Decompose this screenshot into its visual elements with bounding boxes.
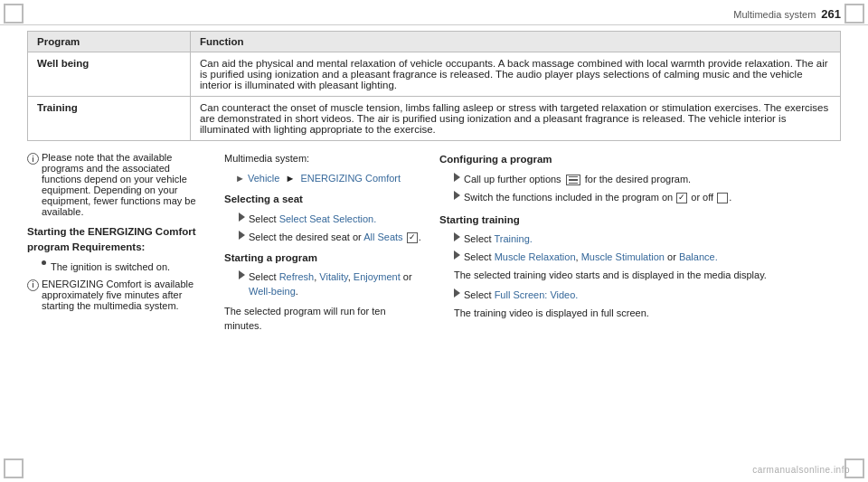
info-note-text: Please note that the available programs … bbox=[42, 152, 208, 217]
select-training-text: Select Training. bbox=[464, 232, 533, 247]
enjoyment-link: Enjoyment bbox=[354, 271, 401, 282]
menu-icon bbox=[566, 175, 580, 186]
starting-training-title: Starting training bbox=[439, 213, 841, 228]
multimedia-label: Multimedia system: bbox=[224, 153, 309, 164]
table-header-program: Program bbox=[28, 32, 191, 52]
seat-selection-link: Select Seat Selection. bbox=[279, 213, 377, 224]
info-icon-note: i bbox=[27, 153, 39, 165]
corner-decoration-tl bbox=[4, 4, 24, 24]
arrow-icon-fullscreen bbox=[454, 288, 460, 298]
call-up-text: Call up further options for the desired … bbox=[464, 173, 691, 187]
breadcrumb-vehicle: Vehicle bbox=[248, 173, 279, 184]
call-up-row: Call up further options for the desired … bbox=[439, 173, 841, 187]
middle-column: Multimedia system: ► Vehicle ► ENERGIZIN… bbox=[224, 152, 423, 339]
arrow-icon-training bbox=[454, 232, 460, 241]
wellbeing-link: Well-being bbox=[249, 286, 296, 297]
arrow-icon-desired bbox=[239, 231, 245, 240]
training-video-note: The selected training video starts and i… bbox=[439, 269, 841, 283]
run-note: The selected program will run for ten mi… bbox=[224, 305, 423, 334]
configuring-title: Configuring a program bbox=[439, 152, 841, 167]
info-energizing-row: i ENERGIZING Comfort is available approx… bbox=[27, 279, 208, 311]
watermark: carmanualsonline.info bbox=[752, 465, 850, 475]
table-row: Training Can counteract the onset of mus… bbox=[28, 97, 841, 141]
checkbox-icon: ✓ bbox=[407, 232, 418, 243]
program-table: Program Function Well being Can aid the … bbox=[27, 31, 841, 141]
select-muscle-row: Select Muscle Relaxation, Muscle Stimula… bbox=[439, 250, 841, 265]
refresh-link: Refresh bbox=[279, 271, 315, 282]
info-energizing-text: ENERGIZING Comfort is available approxim… bbox=[42, 279, 208, 311]
arrow-icon-switch bbox=[454, 191, 460, 200]
program-name-wellbeing: Well being bbox=[28, 52, 191, 97]
switch-functions-row: Switch the functions included in the pro… bbox=[439, 191, 841, 205]
arrow-icon-callup bbox=[454, 173, 460, 182]
info-note-row: i Please note that the available program… bbox=[27, 152, 208, 217]
corner-decoration-tr bbox=[844, 4, 864, 24]
select-desired-text: Select the desired seat or All Seats ✓. bbox=[249, 231, 421, 245]
table-row: Well being Can aid the physical and ment… bbox=[28, 52, 841, 97]
corner-decoration-bl bbox=[4, 458, 24, 478]
starting-program-title: Starting a program bbox=[224, 250, 423, 266]
select-training-row: Select Training. bbox=[439, 232, 841, 247]
select-fullscreen-row: Select Full Screen: Video. bbox=[439, 288, 841, 303]
program-name-training: Training bbox=[28, 97, 191, 141]
select-seat-row: Select Seat Selection. Select Select Sea… bbox=[224, 213, 423, 227]
select-seat-text: Select Seat Selection. Select Select Sea… bbox=[249, 213, 376, 227]
arrow-vehicle: ► bbox=[235, 172, 245, 186]
bullet-icon bbox=[42, 260, 46, 265]
table-header-function: Function bbox=[191, 32, 841, 52]
select-desired-row: Select the desired seat or All Seats ✓. bbox=[224, 231, 423, 245]
section-label: Multimedia system bbox=[733, 9, 816, 20]
page-number: 261 bbox=[821, 7, 841, 21]
multimedia-label-row: Multimedia system: bbox=[224, 152, 423, 166]
select-muscle-text: Select Muscle Relaxation, Muscle Stimula… bbox=[464, 250, 718, 265]
bullet-ignition-text: The ignition is switched on. bbox=[51, 260, 170, 275]
right-column: Configuring a program Call up further op… bbox=[439, 152, 841, 339]
arrow-icon-program bbox=[239, 270, 245, 279]
arrow-icon-muscle bbox=[454, 250, 460, 260]
checkbox-on: ✓ bbox=[676, 193, 687, 203]
select-fullscreen-text: Select Full Screen: Video. bbox=[464, 288, 578, 303]
all-seats-link: All Seats bbox=[363, 232, 402, 242]
breadcrumb-row: ► Vehicle ► ENERGIZING Comfort bbox=[224, 172, 423, 186]
breadcrumb-energizing: ENERGIZING Comfort bbox=[300, 173, 401, 184]
page-header: Multimedia system 261 bbox=[0, 0, 868, 25]
checkbox-off bbox=[717, 193, 728, 203]
selecting-seat-title: Selecting a seat bbox=[224, 192, 423, 207]
left-column: i Please note that the available program… bbox=[27, 152, 208, 339]
three-column-section: i Please note that the available program… bbox=[27, 152, 841, 339]
select-program-row: Select Refresh, Vitality, Enjoyment or W… bbox=[224, 270, 423, 299]
muscle-stimulation-link: Muscle Stimulation bbox=[581, 251, 665, 262]
full-screen-video-link: Full Screen: Video. bbox=[495, 289, 579, 300]
info-icon-energizing: i bbox=[27, 279, 39, 291]
arrow-separator: ► bbox=[286, 173, 296, 184]
function-wellbeing: Can aid the physical and mental relaxati… bbox=[191, 52, 841, 97]
balance-link: Balance. bbox=[679, 251, 718, 262]
bullet-ignition-row: The ignition is switched on. bbox=[27, 260, 208, 275]
arrow-icon-select-seat bbox=[239, 213, 245, 222]
muscle-relaxation-link: Muscle Relaxation bbox=[495, 251, 576, 262]
full-screen-note: The training video is displayed in full … bbox=[439, 307, 841, 321]
training-link: Training. bbox=[494, 233, 532, 244]
vitality-link: Vitality bbox=[319, 271, 347, 282]
switch-functions-text: Switch the functions included in the pro… bbox=[464, 191, 731, 205]
starting-title: Starting the ENERGIZING Comfort program … bbox=[27, 226, 196, 252]
select-program-text: Select Refresh, Vitality, Enjoyment or W… bbox=[249, 270, 423, 299]
function-training: Can counteract the onset of muscle tensi… bbox=[191, 97, 841, 141]
